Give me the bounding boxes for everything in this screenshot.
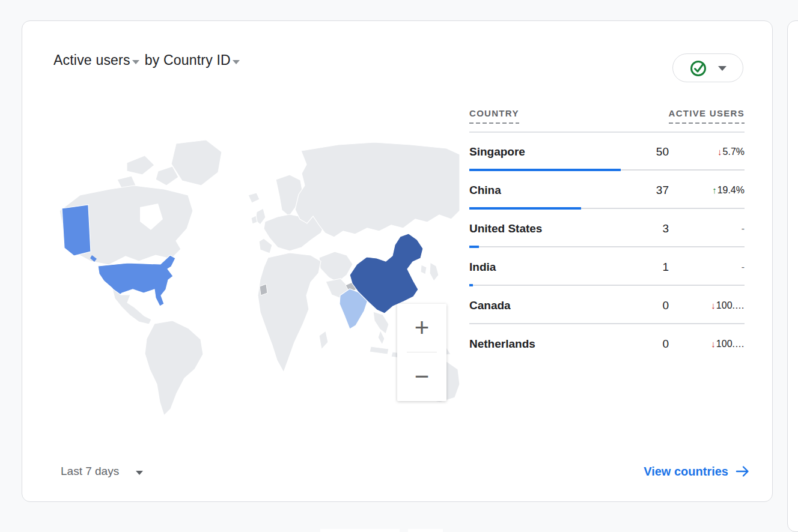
map-landmass	[319, 252, 353, 282]
active-users-value: 3	[630, 222, 669, 235]
country-table-body: Singapore 50 ↓5.7% China 37 ↑19.4% Unite…	[469, 133, 745, 363]
chevron-down-icon	[718, 66, 726, 71]
country-table: COUNTRY ACTIVE USERS Singapore 50 ↓5.7% …	[469, 108, 745, 363]
map-landmass	[112, 289, 151, 324]
table-row[interactable]: United States 3 -	[469, 210, 745, 248]
view-countries-label: View countries	[644, 465, 728, 479]
chevron-down-icon[interactable]	[233, 60, 240, 64]
chevron-down-icon[interactable]	[132, 60, 139, 64]
map-landmass	[127, 156, 154, 175]
table-row[interactable]: Singapore 50 ↓5.7%	[469, 133, 745, 171]
table-header-row: COUNTRY ACTIVE USERS	[469, 108, 745, 133]
map-landmass	[258, 253, 321, 372]
map-landmass	[370, 346, 389, 354]
map-landmass	[421, 265, 427, 274]
map-terms-link[interactable]: Terms	[408, 529, 443, 532]
map-landmass	[259, 238, 272, 253]
active-users-value: 37	[630, 184, 669, 197]
active-users-value: 1	[630, 261, 669, 274]
map-landmass	[295, 142, 460, 237]
country-name: Canada	[469, 299, 630, 312]
map-zoom-control: + −	[397, 304, 446, 401]
map-landmass	[430, 262, 439, 281]
table-row[interactable]: China 37 ↑19.4%	[469, 171, 745, 210]
map-landmass	[248, 193, 260, 203]
zoom-out-button[interactable]: −	[397, 352, 446, 401]
map-attribution: Map Data ©2026	[320, 529, 400, 532]
map-region-disputed	[260, 284, 267, 295]
metric-selector[interactable]: Active users	[53, 52, 130, 68]
country-name: Netherlands	[469, 337, 630, 351]
column-header-country[interactable]: COUNTRY	[469, 108, 519, 124]
table-row[interactable]: Netherlands 0 ↓100.…	[469, 325, 745, 363]
map-landmass	[373, 312, 389, 334]
country-name: China	[469, 184, 630, 197]
map-landmass	[145, 321, 203, 416]
trend-arrow-icon: ↑	[712, 185, 717, 195]
map-landmass	[319, 331, 328, 349]
card-title: Active users by Country ID	[53, 52, 242, 68]
chevron-down-icon	[136, 471, 143, 475]
change-percent: ↑19.4%	[669, 185, 745, 196]
active-users-value: 0	[630, 299, 669, 312]
geo-map[interactable]: Map Data ©2026 Terms	[37, 138, 460, 421]
country-name: India	[469, 261, 630, 274]
trend-arrow-icon: ↓	[711, 339, 716, 349]
check-circle-icon	[689, 59, 708, 77]
change-percent: -	[669, 262, 745, 273]
country-name: United States	[469, 222, 630, 235]
map-landmass	[251, 216, 257, 224]
view-countries-link[interactable]: View countries	[644, 461, 751, 482]
map-country-united-states-alaska	[62, 205, 91, 256]
active-users-value: 0	[630, 337, 669, 351]
zoom-in-button[interactable]: +	[397, 304, 446, 352]
date-range-label: Last 7 days	[61, 465, 119, 478]
world-map	[37, 138, 460, 421]
country-name: Singapore	[469, 145, 630, 159]
date-range-selector[interactable]: Last 7 days	[61, 461, 143, 482]
map-landmass	[171, 140, 222, 186]
table-row[interactable]: Canada 0 ↓100.…	[469, 286, 745, 325]
dimension-selector[interactable]: by Country ID	[145, 52, 231, 68]
trend-arrow-icon: ↓	[711, 300, 716, 310]
trend-arrow-icon: ↓	[717, 147, 722, 157]
adjacent-card-edge	[787, 20, 798, 532]
change-percent: -	[669, 223, 745, 234]
change-percent: ↓5.7%	[669, 147, 745, 157]
active-users-value: 50	[630, 145, 669, 159]
data-quality-button[interactable]	[672, 53, 743, 82]
column-header-active-users[interactable]: ACTIVE USERS	[669, 108, 745, 124]
arrow-right-icon	[735, 464, 751, 479]
table-row[interactable]: India 1 -	[469, 248, 745, 286]
change-percent: ↓100.…	[669, 339, 745, 349]
change-percent: ↓100.…	[669, 300, 745, 311]
active-users-by-country-card: Active users by Country ID	[22, 20, 773, 502]
